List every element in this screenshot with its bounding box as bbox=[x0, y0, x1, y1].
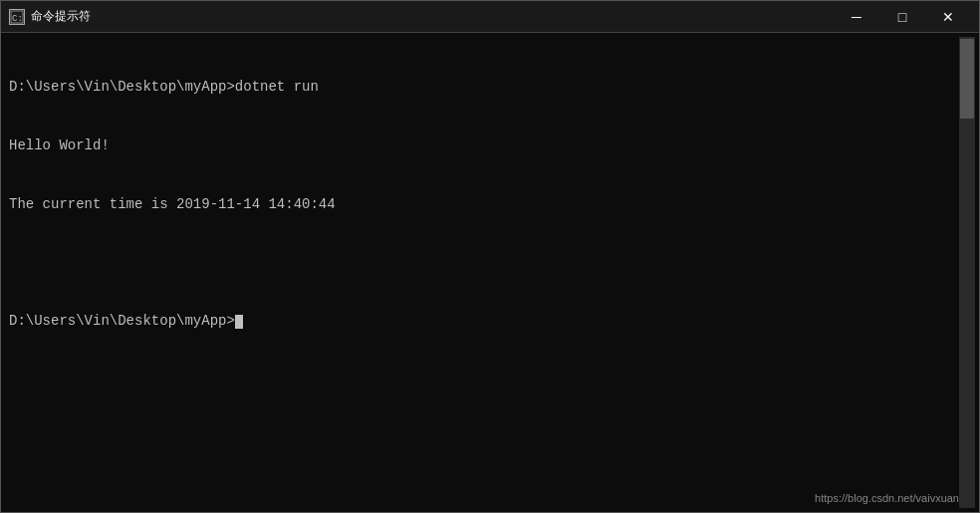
terminal-prompt-line: D:\Users\Vin\Desktop\myApp> bbox=[9, 312, 955, 332]
cursor bbox=[235, 315, 243, 329]
svg-text:C:\: C:\ bbox=[12, 14, 24, 24]
minimize-button[interactable]: ─ bbox=[834, 1, 879, 33]
title-bar: C:\ 命令提示符 ─ □ ✕ bbox=[1, 1, 979, 33]
terminal-line-blank bbox=[9, 254, 955, 274]
title-bar-left: C:\ 命令提示符 bbox=[9, 8, 91, 25]
terminal-line-1: D:\Users\Vin\Desktop\myApp>dotnet run bbox=[9, 78, 955, 98]
watermark: https://blog.csdn.net/vaivxuan bbox=[815, 492, 959, 504]
cmd-window: C:\ 命令提示符 ─ □ ✕ D:\Users\Vin\Desktop\myA… bbox=[0, 0, 980, 513]
app-icon: C:\ bbox=[9, 9, 25, 25]
terminal-line-3: The current time is 2019-11-14 14:40:44 bbox=[9, 195, 955, 215]
terminal-body[interactable]: D:\Users\Vin\Desktop\myApp>dotnet run He… bbox=[1, 33, 979, 512]
terminal-line-2: Hello World! bbox=[9, 136, 955, 156]
terminal-output: D:\Users\Vin\Desktop\myApp>dotnet run He… bbox=[5, 37, 959, 508]
window-controls: ─ □ ✕ bbox=[834, 1, 971, 33]
maximize-button[interactable]: □ bbox=[879, 1, 925, 33]
window-title: 命令提示符 bbox=[31, 8, 91, 25]
scrollbar[interactable] bbox=[959, 37, 975, 508]
scrollbar-thumb[interactable] bbox=[960, 39, 974, 119]
close-button[interactable]: ✕ bbox=[925, 1, 971, 33]
